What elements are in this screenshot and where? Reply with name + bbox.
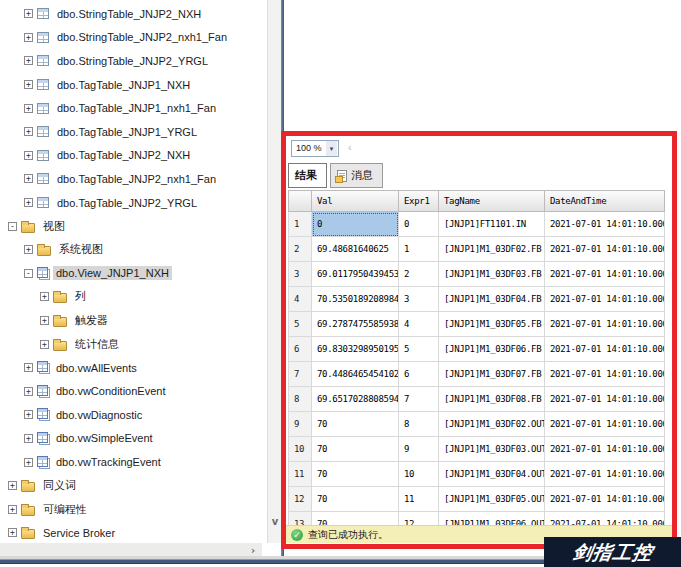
grid-cell[interactable]: 2021-07-01 14:01:10.000 [545, 287, 665, 312]
grid-cell[interactable]: [JNJP1]M1_03DF05.FB [439, 312, 545, 337]
grid-cell[interactable]: 11 [399, 487, 439, 512]
grid-cell[interactable]: 2021-07-01 14:01:10.000 [545, 512, 665, 525]
expand-icon[interactable]: + [24, 434, 33, 443]
expand-icon[interactable]: + [24, 410, 33, 419]
tree-item[interactable]: +dbo.StringTable_JNJP2_YRGL [0, 49, 267, 73]
tree-item[interactable]: +列 [0, 285, 267, 309]
grid-cell[interactable]: 69.48681640625 [312, 237, 399, 262]
row-number-cell[interactable]: 11 [288, 462, 312, 487]
grid-cell[interactable]: 2021-07-01 14:01:10.000 [545, 487, 665, 512]
expand-icon[interactable]: + [24, 127, 33, 136]
tree-item[interactable]: +dbo.TagTable_JNJP2_NXH [0, 144, 267, 168]
grid-cell[interactable]: 2021-07-01 14:01:10.000 [545, 437, 665, 462]
column-header-val[interactable]: Val [312, 190, 399, 212]
tree-item[interactable]: +dbo.TagTable_JNJP1_YRGL [0, 120, 267, 144]
grid-cell[interactable]: [JNJP1]M1_03DF04.FB [439, 287, 545, 312]
tab-results[interactable]: 结果 [288, 163, 327, 188]
expand-icon[interactable]: + [8, 505, 17, 514]
expand-icon[interactable]: + [40, 340, 49, 349]
grid-cell[interactable]: 12 [399, 512, 439, 525]
grid-cell[interactable]: 0 [399, 212, 439, 237]
tree-item[interactable]: +dbo.vwTrackingEvent [0, 450, 267, 474]
grid-cell[interactable]: 2 [399, 262, 439, 287]
tree-item[interactable]: -dbo.View_JNJP1_NXH [0, 262, 267, 286]
grid-cell[interactable]: 70 [312, 487, 399, 512]
grid-cell[interactable]: 0 [312, 212, 399, 237]
grid-cell[interactable]: 6 [399, 362, 439, 387]
expand-icon[interactable]: + [24, 104, 33, 113]
grid-cell[interactable]: 4 [399, 312, 439, 337]
grid-cell[interactable]: [JNJP1]M1_03DF02.OUT [439, 412, 545, 437]
row-number-cell[interactable]: 6 [288, 337, 312, 362]
tree-item[interactable]: +同义词 [0, 474, 267, 498]
grid-cell[interactable]: [JNJP1]M1_03DF06.FB [439, 337, 545, 362]
expand-icon[interactable]: + [40, 292, 49, 301]
tree-item[interactable]: +dbo.vwDiagnostic [0, 403, 267, 427]
expand-icon[interactable]: + [24, 363, 33, 372]
grid-scroll-left-icon[interactable]: ‹ [348, 141, 352, 153]
row-number-cell[interactable]: 9 [288, 412, 312, 437]
grid-cell[interactable]: 2021-07-01 14:01:10.000 [545, 262, 665, 287]
grid-cell[interactable]: 2021-07-01 14:01:10.000 [545, 212, 665, 237]
grid-cell[interactable]: 9 [399, 437, 439, 462]
expand-icon[interactable]: + [24, 174, 33, 183]
row-number-cell[interactable]: 7 [288, 362, 312, 387]
row-number-cell[interactable]: 8 [288, 387, 312, 412]
zoom-level-select[interactable]: 100 % ▾ [291, 140, 339, 157]
grid-cell[interactable]: [JNJP1]M1_03DF08.FB [439, 387, 545, 412]
tree-item[interactable]: +Service Broker [0, 521, 267, 543]
grid-cell[interactable]: 70.4486465454102 [312, 362, 399, 387]
grid-cell[interactable]: [JNJP1]M1_03DF03.OUT [439, 437, 545, 462]
tree-item[interactable]: +dbo.StringTable_JNJP2_NXH [0, 2, 267, 26]
tree-item[interactable]: +dbo.TagTable_JNJP1_nxh1_Fan [0, 96, 267, 120]
expand-icon[interactable]: + [24, 387, 33, 396]
tree-item[interactable]: +dbo.vwConditionEvent [0, 380, 267, 404]
tree-item[interactable]: +可编程性 [0, 497, 267, 521]
tree-item[interactable]: +统计信息 [0, 332, 267, 356]
grid-cell[interactable]: [JNJP1]FT1101.IN [439, 212, 545, 237]
grid-cell[interactable]: [JNJP1]M1_03DF06.OUT [439, 512, 545, 525]
grid-cell[interactable]: 7 [399, 387, 439, 412]
grid-cell[interactable]: [JNJP1]M1_03DF04.OUT [439, 462, 545, 487]
tree-item[interactable]: +dbo.vwSimpleEvent [0, 427, 267, 451]
expand-icon[interactable]: + [24, 56, 33, 65]
expand-icon[interactable]: + [24, 9, 33, 18]
grid-cell[interactable]: 1 [399, 237, 439, 262]
row-number-cell[interactable]: 12 [288, 487, 312, 512]
object-explorer-vertical-scrollbar[interactable]: v [267, 0, 281, 543]
row-number-header[interactable] [288, 190, 312, 212]
scroll-down-icon[interactable]: v [268, 515, 282, 529]
grid-cell[interactable]: 69.2787475585938 [312, 312, 399, 337]
row-number-cell[interactable]: 5 [288, 312, 312, 337]
grid-cell[interactable]: 70 [312, 412, 399, 437]
expand-icon[interactable]: + [24, 80, 33, 89]
grid-cell[interactable]: 69.0117950439453 [312, 262, 399, 287]
collapse-icon[interactable]: - [24, 269, 33, 278]
grid-cell[interactable]: 70.5350189208984 [312, 287, 399, 312]
tree-item[interactable]: -视图 [0, 214, 267, 238]
row-number-cell[interactable]: 1 [288, 212, 312, 237]
grid-cell[interactable]: 2021-07-01 14:01:10.000 [545, 312, 665, 337]
expand-icon[interactable]: + [8, 481, 17, 490]
tree-item[interactable]: +触发器 [0, 309, 267, 333]
tree-item[interactable]: +dbo.TagTable_JNJP2_nxh1_Fan [0, 167, 267, 191]
tree-item[interactable]: +dbo.StringTable_JNJP2_nxh1_Fan [0, 26, 267, 50]
tree-item[interactable]: +dbo.vwAllEvents [0, 356, 267, 380]
row-number-cell[interactable]: 2 [288, 237, 312, 262]
expand-icon[interactable]: + [24, 33, 33, 42]
row-number-cell[interactable]: 4 [288, 287, 312, 312]
grid-cell[interactable]: 8 [399, 412, 439, 437]
grid-cell[interactable]: 69.6517028808594 [312, 387, 399, 412]
expand-icon[interactable]: + [24, 245, 33, 254]
column-header-expr1[interactable]: Expr1 [399, 190, 439, 212]
row-number-cell[interactable]: 3 [288, 262, 312, 287]
grid-cell[interactable]: 10 [399, 462, 439, 487]
pane-divider[interactable] [281, 0, 284, 559]
grid-cell[interactable]: 70 [312, 512, 399, 525]
grid-cell[interactable]: 2021-07-01 14:01:10.000 [545, 412, 665, 437]
grid-cell[interactable]: 2021-07-01 14:01:10.000 [545, 362, 665, 387]
grid-cell[interactable]: 70 [312, 437, 399, 462]
grid-cell[interactable]: 2021-07-01 14:01:10.000 [545, 387, 665, 412]
grid-cell[interactable]: [JNJP1]M1_03DF02.FB [439, 237, 545, 262]
column-header-dateandtime[interactable]: DateAndTime [545, 190, 665, 212]
